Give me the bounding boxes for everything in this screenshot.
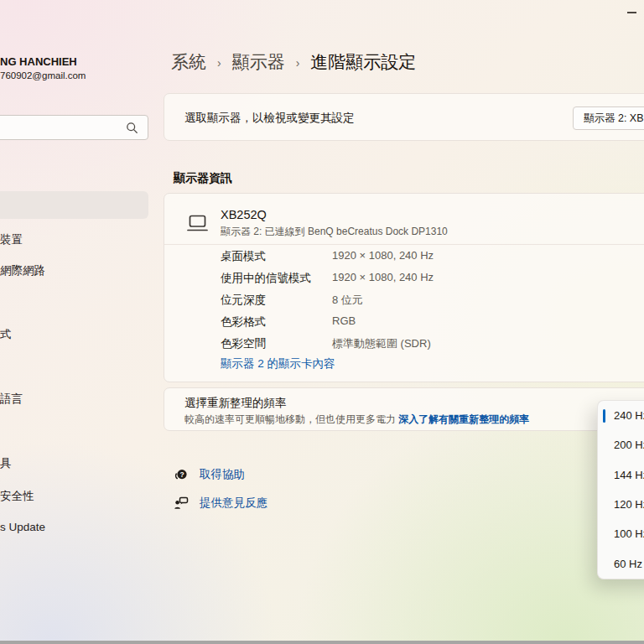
refresh-rate-flyout: 240 Hz 200 Hz 144 Hz 120 Hz 100 Hz 60 Hz (597, 400, 644, 579)
display-adapter-properties-link[interactable]: 顯示器 2 的顯示卡內容 (221, 356, 335, 371)
feedback-label: 提供意見反應 (200, 496, 267, 511)
refresh-option-label: 100 Hz (614, 527, 644, 540)
get-help-label: 取得協助 (200, 467, 245, 482)
help-question-icon: ? (174, 467, 189, 482)
detail-value: RGB (332, 314, 356, 327)
refresh-option-label: 240 Hz (614, 409, 644, 422)
breadcrumb-system[interactable]: 系統 (171, 50, 206, 74)
divider (164, 244, 644, 245)
detail-value: 1920 × 1080, 240 Hz (332, 249, 434, 262)
detail-row-desktop-mode: 桌面模式 1920 × 1080, 240 Hz (164, 249, 644, 266)
minimize-icon (627, 12, 636, 13)
refresh-option-144hz[interactable]: 144 Hz (598, 460, 644, 490)
svg-text:?: ? (179, 470, 184, 479)
refresh-option-label: 60 Hz (614, 558, 642, 570)
feedback-person-icon (174, 496, 189, 511)
display-info-card: XB252Q 顯示器 2: 已連線到 BenQ beCreatus Dock D… (164, 193, 644, 382)
select-display-label: 選取顯示器，以檢視或變更其設定 (184, 111, 355, 126)
detail-value: 1920 × 1080, 240 Hz (332, 271, 434, 283)
search-icon (126, 122, 138, 134)
detail-value: 標準動態範圍 (SDR) (332, 336, 431, 351)
refresh-rate-title: 選擇重新整理的頻率 (184, 396, 287, 411)
refresh-option-100hz[interactable]: 100 Hz (598, 519, 644, 548)
detail-row-color-format: 色彩格式 RGB (164, 314, 644, 331)
sidebar-item-privacy-security[interactable]: 安全性 (0, 489, 34, 504)
refresh-option-120hz[interactable]: 120 Hz (598, 490, 644, 519)
display-select-dropdown[interactable]: 顯示器 2: XB (573, 106, 644, 130)
detail-label: 色彩空間 (221, 336, 266, 351)
chevron-right-icon: › (217, 55, 221, 70)
feedback-link[interactable]: 提供意見反應 (174, 496, 267, 511)
display-info-section-title: 顯示器資訊 (174, 171, 232, 186)
refresh-option-label: 200 Hz (614, 439, 644, 451)
detail-row-bit-depth: 位元深度 8 位元 (164, 293, 644, 309)
page-title: 進階顯示設定 (310, 50, 416, 74)
detail-row-color-space: 色彩空間 標準動態範圍 (SDR) (164, 336, 644, 353)
refresh-option-200hz[interactable]: 200 Hz (598, 430, 644, 460)
monitor-connection-status: 顯示器 2: 已連線到 BenQ beCreatus Dock DP1310 (221, 225, 448, 239)
sidebar-item-accessibility[interactable]: 具 (0, 456, 12, 471)
refresh-rate-card: 選擇重新整理的頻率 較高的速率可更順暢地移動，但也使用更多電力 深入了解有關重新… (164, 387, 644, 431)
detail-label: 位元深度 (221, 293, 266, 308)
sidebar-item-apps[interactable]: 式 (0, 327, 12, 342)
refresh-rate-description: 較高的速率可更順暢地移動，但也使用更多電力 (184, 413, 398, 425)
refresh-rate-learn-more-link[interactable]: 深入了解有關重新整理的頻率 (398, 413, 529, 425)
refresh-option-240hz[interactable]: 240 Hz (598, 401, 644, 430)
sidebar-item-network[interactable]: 網際網路 (0, 263, 45, 278)
chevron-right-icon: › (296, 55, 300, 70)
detail-label: 色彩格式 (221, 314, 266, 330)
user-name: NG HANCHIEH (0, 55, 77, 68)
get-help-link[interactable]: ? 取得協助 (174, 467, 245, 482)
user-email: 760902@gmail.com (0, 70, 86, 80)
sidebar-item-time-language[interactable]: 語言 (0, 392, 23, 407)
sidebar: NG HANCHIEH 760902@gmail.com 裝置 網際網路 式 語… (0, 0, 149, 644)
refresh-rate-subtitle: 較高的速率可更順暢地移動，但也使用更多電力 深入了解有關重新整理的頻率 (184, 413, 529, 427)
detail-label: 使用中的信號模式 (221, 271, 311, 286)
select-display-card: 選取顯示器，以檢視或變更其設定 顯示器 2: XB (164, 93, 644, 141)
detail-row-active-signal-mode: 使用中的信號模式 1920 × 1080, 240 Hz (164, 271, 644, 288)
breadcrumb-display[interactable]: 顯示器 (232, 50, 285, 74)
monitor-name: XB252Q (221, 208, 267, 221)
refresh-option-label: 144 Hz (614, 469, 644, 481)
breadcrumb: 系統 › 顯示器 › 進階顯示設定 (171, 50, 416, 74)
minimize-button[interactable] (621, 5, 642, 20)
monitor-icon (186, 214, 209, 233)
search-input[interactable] (0, 116, 110, 139)
selected-indicator (603, 409, 605, 423)
detail-value: 8 位元 (332, 293, 363, 308)
sidebar-item-devices[interactable]: 裝置 (0, 232, 23, 247)
detail-label: 桌面模式 (221, 249, 266, 264)
refresh-option-60hz[interactable]: 60 Hz (598, 549, 644, 579)
sidebar-item-windows-update[interactable]: s Update (0, 521, 45, 533)
sidebar-item-system-selected[interactable] (0, 191, 148, 219)
refresh-option-label: 120 Hz (614, 498, 644, 511)
search-box[interactable] (0, 115, 148, 140)
